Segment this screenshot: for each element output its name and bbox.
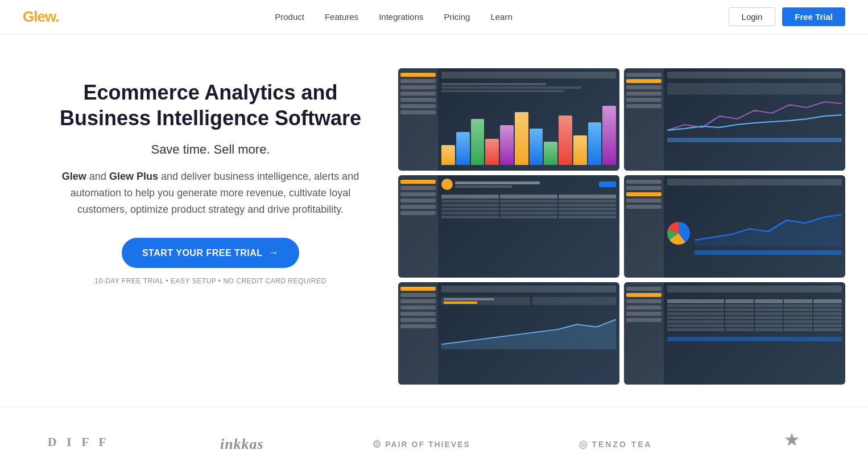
login-button[interactable]: Login: [729, 7, 776, 26]
screenshot-grid: [398, 68, 845, 385]
navbar: Glew. Product Features Integrations Pric…: [0, 0, 868, 34]
hero-content: Ecommerce Analytics and Business Intelli…: [46, 68, 375, 285]
nav-links: Product Features Integrations Pricing Le…: [275, 12, 512, 22]
inkkas-logo-text: inkkas: [220, 436, 264, 451]
screenshot-1: [398, 68, 619, 171]
free-trial-nav-button[interactable]: Free Trial: [782, 7, 845, 26]
hero-body: Glew and Glew Plus and deliver business …: [46, 168, 375, 217]
logo-pair-of-thieves: ⚙ PAIR OF THIEVES: [372, 438, 470, 451]
screenshot-3: [398, 175, 619, 278]
tenzo-icon: ◎: [578, 438, 588, 451]
hero-title: Ecommerce Analytics and Business Intelli…: [46, 80, 375, 131]
screenshot-6: [624, 282, 845, 385]
pair-icon: ⚙: [372, 438, 382, 451]
tenzo-logo-text: TENZO TEA: [592, 440, 652, 449]
logo-folds-of-honor: ★ FOLDS of HONOR: [760, 431, 822, 450]
logo-inkkas: inkkas: [220, 436, 264, 451]
screenshot-5: [398, 282, 619, 385]
nav-learn[interactable]: Learn: [490, 12, 512, 22]
start-trial-button[interactable]: START YOUR FREE TRIAL →: [122, 238, 299, 268]
hero-section: Ecommerce Analytics and Business Intelli…: [0, 34, 868, 407]
hero-cta-area: START YOUR FREE TRIAL → 10-DAY FREE TRIA…: [46, 238, 375, 285]
logos-row-1: D I F F CHARITABLE EYEWEAR inkkas ⚙ PAIR…: [46, 431, 822, 450]
glew-plus-brand: Glew Plus: [109, 171, 158, 182]
nav-product[interactable]: Product: [275, 12, 304, 22]
arrow-icon: →: [268, 247, 279, 259]
logo-diff: D I F F CHARITABLE EYEWEAR: [46, 435, 111, 450]
svg-marker-1: [441, 320, 616, 350]
diff-logo-text: D I F F: [46, 435, 111, 449]
cta-label: START YOUR FREE TRIAL: [142, 248, 263, 258]
svg-marker-0: [695, 214, 842, 246]
glew-brand: Glew: [62, 171, 86, 182]
logos-section: D I F F CHARITABLE EYEWEAR inkkas ⚙ PAIR…: [0, 407, 868, 450]
pair-logo-text: PAIR OF THIEVES: [385, 440, 470, 449]
logo-tenzo: ◎ TENZO TEA: [578, 438, 652, 451]
screenshot-2: [624, 68, 845, 171]
folds-star-icon: ★: [760, 431, 822, 449]
nav-features[interactable]: Features: [325, 12, 358, 22]
nav-pricing[interactable]: Pricing: [444, 12, 470, 22]
nav-actions: Login Free Trial: [729, 7, 845, 26]
fine-print: 10-DAY FREE TRIAL • EASY SETUP • NO CRED…: [46, 277, 375, 285]
screenshot-4: [624, 175, 845, 278]
logo: Glew.: [23, 8, 59, 26]
nav-integrations[interactable]: Integrations: [379, 12, 423, 22]
hero-subtitle: Save time. Sell more.: [46, 142, 375, 157]
